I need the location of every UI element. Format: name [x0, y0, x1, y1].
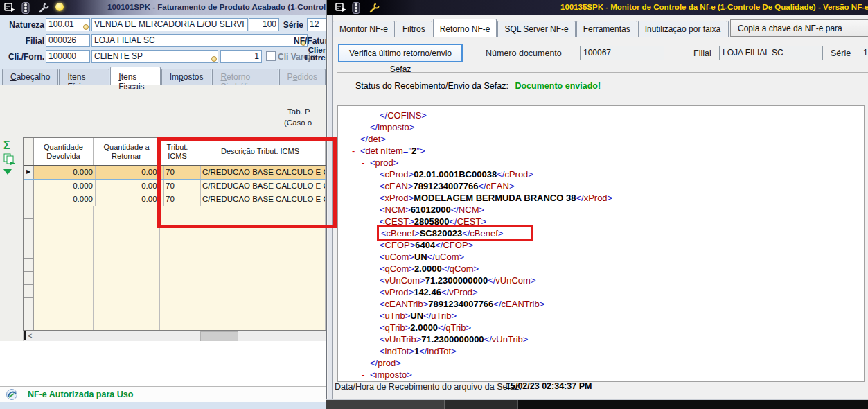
tab-impostos[interactable]: Impostos	[161, 69, 212, 85]
taskbar[interactable]	[326, 400, 868, 409]
form-window-icon[interactable]	[4, 2, 17, 13]
tab-inutiliza-o-por-faixa[interactable]: Inutilização por faixa	[638, 21, 727, 37]
serie-field[interactable]: 12	[860, 46, 868, 60]
xml-line: </det>	[338, 133, 864, 145]
xml-line: <qCom>2.0000</qCom>	[338, 263, 864, 275]
taskbar-segment[interactable]	[445, 400, 518, 409]
numero-documento-field[interactable]: 100067	[580, 46, 664, 60]
tab-retorno-simb-lico: Retorno Simbólico	[212, 69, 278, 85]
xml-line: <qTrib>2.0000</qTrib>	[338, 322, 864, 333]
wrench-icon[interactable]	[369, 2, 381, 13]
left-window-title: 100101SPK - Faturamento de Produto Acaba…	[107, 3, 326, 11]
xml-line: <indTot>1</indTot>	[338, 345, 864, 357]
datetime-label: Data/Hora de Recebimento do arquivo da S…	[335, 382, 522, 392]
verify-sefaz-button[interactable]: Verifica último retorno/envio Sefaz	[338, 44, 463, 62]
tab-cabe-alho[interactable]: Cabeçalho	[2, 69, 58, 85]
xml-line: <cEANTrib>7891234007766</cEANTrib>	[338, 298, 864, 310]
left-statusbar: NF-e Autorizada para Uso	[0, 386, 326, 403]
panel-note-1: Tab. P	[287, 107, 310, 116]
collapse-minus[interactable]: -	[352, 145, 360, 157]
clifor-code-field[interactable]: 100000	[46, 50, 90, 63]
xml-viewer[interactable]: </COFINS></imposto></det>-<det nItem="2"…	[337, 105, 865, 382]
numero-documento-label: Número documento	[486, 49, 562, 58]
clifor-desc-field[interactable]: CLIENTE SP	[91, 50, 218, 63]
scroll-left-arrow[interactable]: <	[28, 331, 32, 340]
xml-line: <vProd>142.46</vProd>	[338, 286, 864, 298]
copy-rows-icon[interactable]	[3, 153, 16, 168]
serie-label: Série	[831, 49, 851, 58]
natureza-label: Natureza	[1, 20, 44, 30]
nf-fatura-label: NF/Fatura	[294, 36, 326, 46]
xml-line: <NCM>61012000</NCM>	[338, 204, 864, 216]
wrench-icon[interactable]	[38, 2, 51, 13]
xml-line: <uTrib>UN</uTrib>	[338, 310, 864, 322]
filial-label: Filial	[693, 49, 711, 58]
collapse-minus[interactable]: -	[362, 157, 370, 168]
left-titlebar[interactable]: 100101SPK - Faturamento de Produto Acaba…	[0, 0, 326, 15]
form-window-icon[interactable]	[335, 2, 348, 13]
column-header[interactable]: QuantidadeDevolvida	[34, 138, 94, 165]
xml-line: <CFOP>6404</CFOP>	[338, 239, 864, 251]
serie-field[interactable]: 12	[307, 18, 326, 31]
right-window: 100135SPK - Monitor de Controle da Nf-e …	[326, 0, 868, 399]
tab-itens-fiscais[interactable]: Itens Fiscais	[110, 67, 160, 85]
xml-line: </prod>	[338, 357, 864, 369]
right-titlebar[interactable]: 100135SPK - Monitor de Controle da Nf-e …	[327, 0, 868, 15]
taskbar-segment[interactable]	[326, 400, 445, 409]
xml-line: -<prod>	[338, 157, 864, 168]
left-bottom-strip	[0, 402, 326, 409]
xml-line: -<imposto>	[338, 369, 864, 381]
xml-line: <uCom>UN</uCom>	[338, 251, 864, 263]
xml-line: </imposto>	[338, 121, 864, 133]
cli-varejo-checkbox[interactable]	[266, 51, 276, 61]
column-header[interactable]: Quantidade aRetornar	[94, 138, 160, 165]
copy-nfe-key-button[interactable]: Copia a chave da NF-e para	[730, 19, 868, 37]
serie-label: Série	[280, 20, 303, 30]
nfe-status-text: NF-e Autorizada para Uso	[28, 390, 133, 399]
collapse-minus[interactable]: -	[362, 369, 370, 381]
xml-line: <cEAN>7891234007766</cEAN>	[338, 180, 864, 192]
left-lower-area	[0, 341, 326, 386]
datetime-value: 15/02/23 02:34:37 PM	[506, 381, 592, 391]
xml-line-cbenef: <cBenef>SC820023</cBenef>	[338, 227, 864, 239]
tab-retorno-nf-e[interactable]: Retorno NF-e	[433, 19, 497, 37]
xml-line: <cProd>02.01.0001BC00038</cProd>	[338, 168, 864, 180]
sefaz-status-groupbox: Status do Recebimento/Envio da Sefaz: Do…	[337, 72, 868, 101]
tab-sql-server-nf-e[interactable]: SQL Server NF-e	[497, 21, 575, 37]
sum-icon[interactable]: Σ	[3, 140, 10, 151]
natureza-code-field[interactable]: 100.01	[46, 18, 90, 31]
clifor-label: Cli./Forn.	[1, 52, 44, 62]
filial-desc-field[interactable]: LOJA FILIAL SC	[91, 34, 308, 47]
filial-label: Filial	[1, 36, 44, 46]
filter-down-icon[interactable]	[3, 169, 12, 175]
filial-code-field[interactable]: 000026	[46, 34, 90, 47]
traffic-light-icon[interactable]	[352, 2, 364, 13]
loja-field[interactable]: 1	[220, 50, 262, 63]
xml-line: <vUnCom>71.2300000000</vUnCom>	[338, 275, 864, 286]
xml-line: -<det nItem="2">	[338, 145, 864, 157]
tab-ferramentas[interactable]: Ferramentas	[576, 21, 637, 37]
tes-field[interactable]: 100	[249, 18, 279, 31]
screen: 100101SPK - Faturamento de Produto Acaba…	[0, 0, 868, 409]
sefaz-status-label: Status do Recebimento/Envio da Sefaz:	[355, 81, 508, 91]
panel-note-2: (Caso o	[284, 119, 312, 127]
right-tab-strip: Monitor NF-eFiltrosRetorno NF-eSQL Serve…	[333, 19, 750, 37]
sefaz-status-value: Documento enviado!	[515, 81, 601, 91]
annotation-rect-grid	[157, 137, 337, 228]
traffic-light-icon[interactable]	[21, 2, 34, 13]
cliente-entrega-label-2: Entrega	[305, 53, 326, 62]
pen-status-icon	[6, 388, 18, 399]
xml-line: <vUnTrib>71.2300000000</vUnTrib>	[338, 333, 864, 345]
natureza-desc-field[interactable]: VENDA DE MERCADORIA E/OU SERVI	[91, 18, 248, 31]
filial-field[interactable]: LOJA FILIAL SC	[719, 46, 823, 60]
tab-filtros[interactable]: Filtros	[396, 21, 432, 37]
left-tab-strip: CabeçalhoItens FísicosItens FiscaisImpos…	[2, 67, 326, 85]
tab-itens-f-sicos[interactable]: Itens Físicos	[59, 69, 109, 85]
scrollbar-thumb[interactable]	[200, 331, 238, 342]
tab-strip-divider	[332, 37, 868, 37]
lightbulb-icon[interactable]	[55, 3, 68, 14]
xml-line: <xProd>MODELAGEM BERMUDA BRANCO 38</xPro…	[338, 192, 864, 204]
splitter-handle[interactable]	[24, 331, 26, 340]
tab-pedidos: Pedidos	[279, 69, 326, 85]
tab-monitor-nf-e[interactable]: Monitor NF-e	[333, 21, 395, 37]
